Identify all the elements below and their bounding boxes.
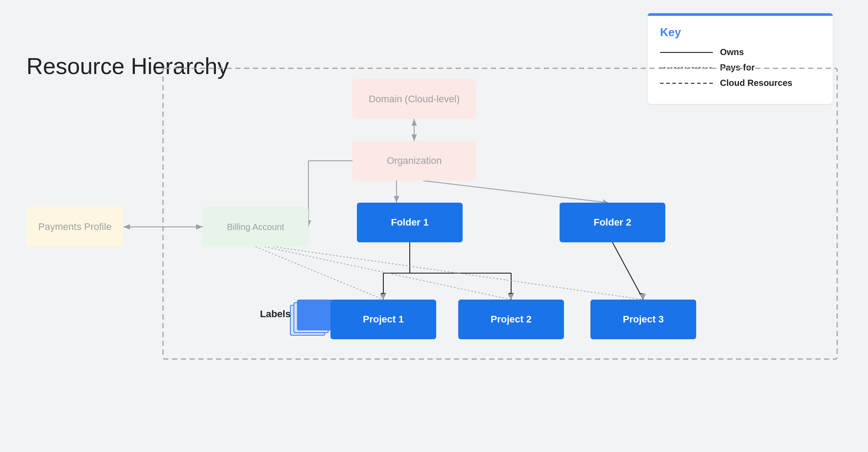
folder1-node: Folder 1 (357, 203, 463, 242)
svg-marker-12 (123, 224, 130, 230)
project2-label: Project 2 (491, 314, 532, 325)
svg-marker-13 (196, 224, 203, 230)
domain-label: Domain (Cloud-level) (369, 93, 460, 105)
billing-label: Billing Account (227, 222, 284, 232)
payments-node: Payments Profile (26, 207, 123, 247)
svg-line-22 (256, 247, 383, 300)
project1-node: Project 1 (330, 300, 436, 339)
svg-marker-3 (412, 134, 417, 141)
project2-node: Project 2 (458, 300, 564, 339)
payments-label: Payments Profile (38, 221, 111, 233)
billing-node: Billing Account (203, 207, 308, 247)
folder2-label: Folder 2 (594, 217, 631, 228)
labels-text: Labels (260, 308, 291, 320)
project3-node: Project 3 (590, 300, 696, 339)
svg-line-6 (423, 181, 608, 203)
svg-line-20 (612, 242, 643, 300)
stacked-card-front (297, 300, 332, 330)
svg-marker-26 (508, 293, 513, 300)
svg-marker-5 (394, 196, 399, 203)
svg-marker-2 (412, 119, 417, 126)
org-label: Organization (387, 155, 442, 167)
project1-label: Project 1 (363, 314, 404, 325)
folder2-node: Folder 2 (560, 203, 665, 242)
project3-label: Project 3 (623, 314, 664, 325)
domain-node: Domain (Cloud-level) (352, 79, 476, 119)
svg-line-24 (273, 247, 643, 300)
folder1-label: Folder 1 (391, 217, 429, 228)
organization-node: Organization (352, 141, 476, 181)
